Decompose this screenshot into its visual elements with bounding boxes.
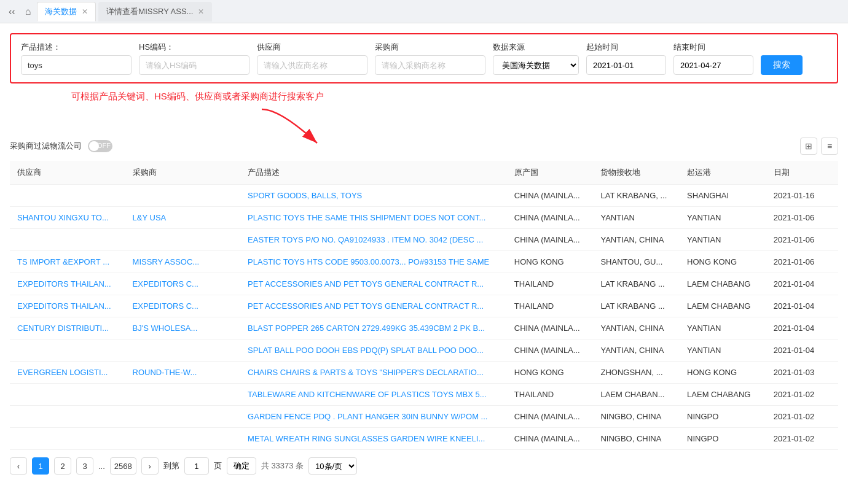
supplier-cell[interactable]: SHANTOU XINGXU TO... — [10, 207, 125, 229]
buyer-label: 采购商 — [375, 42, 485, 53]
toolbar-right: ⊞ ≡ — [800, 138, 838, 155]
tab-missry[interactable]: 详情查看MISSRY ASS... ✕ — [98, 2, 212, 21]
product-cell[interactable]: SPLAT BALL POO DOOH EBS PDQ(P) SPLAT BAL… — [240, 339, 507, 362]
datasource-select[interactable]: 美国海关数据 — [493, 55, 579, 75]
buyer-cell[interactable]: BJ'S WHOLESA... — [125, 317, 241, 339]
tab-customs-data[interactable]: 海关数据 ✕ — [37, 2, 96, 21]
product-cell-link[interactable]: PLASTIC TOYS THE SAME THIS SHIPMENT DOES… — [248, 213, 485, 222]
product-cell[interactable]: EASTER TOYS P/O NO. QA91024933 . ITEM NO… — [240, 229, 507, 251]
next-page-button[interactable]: › — [141, 457, 159, 475]
page-last-button[interactable]: 2568 — [110, 457, 136, 475]
port-cell: NINGPO — [680, 428, 766, 450]
product-cell[interactable]: PET ACCESSORIES AND PET TOYS GENERAL CON… — [240, 273, 507, 295]
product-cell[interactable]: BLAST POPPER 265 CARTON 2729.499KG 35.43… — [240, 317, 507, 339]
tab-customs-close[interactable]: ✕ — [82, 7, 88, 16]
home-button[interactable]: ⌂ — [22, 4, 35, 20]
supplier-cell-link[interactable]: SHANTOU XINGXU TO... — [17, 213, 109, 222]
prev-page-button[interactable]: ‹ — [10, 457, 27, 475]
total-records-text: 共 33373 条 — [261, 460, 304, 471]
date-cell: 2021-01-04 — [766, 339, 838, 362]
product-cell-link[interactable]: GARDEN FENCE PDQ . PLANT HANGER 30IN BUN… — [248, 412, 487, 421]
page-2-button[interactable]: 2 — [54, 457, 71, 475]
buyer-cell[interactable]: EXPEDITORS C... — [125, 295, 241, 317]
end-date-input[interactable] — [673, 55, 753, 75]
search-button[interactable]: 搜索 — [761, 55, 803, 75]
dest-cell: LAT KRABANG ... — [593, 295, 680, 317]
buyer-cell — [125, 339, 241, 362]
date-cell: 2021-01-02 — [766, 406, 838, 428]
datasource-label: 数据来源 — [493, 42, 579, 53]
port-cell: LAEM CHABANG — [680, 384, 766, 406]
buyer-cell-link[interactable]: ROUND-THE-W... — [133, 368, 197, 377]
buyer-cell-link[interactable]: EXPEDITORS C... — [133, 301, 198, 311]
buyer-cell-link[interactable]: BJ'S WHOLESA... — [133, 324, 198, 333]
supplier-cell-link[interactable]: TS IMPORT &EXPORT ... — [17, 257, 109, 266]
product-cell-link[interactable]: SPORT GOODS, BALLS, TOYS — [248, 191, 362, 200]
product-cell[interactable]: GARDEN FENCE PDQ . PLANT HANGER 30IN BUN… — [240, 406, 507, 428]
date-cell: 2021-01-06 — [766, 207, 838, 229]
buyer-cell — [125, 185, 241, 207]
toggle-track[interactable]: OFF — [88, 140, 112, 152]
goto-confirm-button[interactable]: 确定 — [227, 457, 256, 475]
product-cell[interactable]: METAL WREATH RING SUNGLASSES GARDEN WIRE… — [240, 428, 507, 450]
supplier-cell[interactable]: EXPEDITORS THAILAN... — [10, 273, 125, 295]
product-cell-link[interactable]: TABLEWARE AND KITCHENWARE OF PLASTICS TO… — [248, 390, 486, 399]
buyer-cell[interactable]: L&Y USA — [125, 207, 241, 229]
product-cell-link[interactable]: METAL WREATH RING SUNGLASSES GARDEN WIRE… — [248, 434, 485, 443]
product-cell-link[interactable]: PET ACCESSORIES AND PET TOYS GENERAL CON… — [248, 279, 484, 289]
hs-input[interactable] — [139, 55, 249, 75]
product-cell-link[interactable]: PET ACCESSORIES AND PET TOYS GENERAL CON… — [248, 301, 484, 311]
page-unit-label: 页 — [214, 460, 222, 471]
supplier-cell[interactable]: EVERGREEN LOGISTI... — [10, 362, 125, 384]
buyer-cell-link[interactable]: EXPEDITORS C... — [133, 279, 198, 289]
dest-cell: ZHONGSHAN, ... — [593, 362, 680, 384]
supplier-cell — [10, 185, 125, 207]
toggle-logistics-filter[interactable]: OFF — [88, 140, 112, 152]
supplier-cell[interactable]: EXPEDITORS THAILAN... — [10, 295, 125, 317]
supplier-cell[interactable]: TS IMPORT &EXPORT ... — [10, 251, 125, 273]
product-cell[interactable]: PLASTIC TOYS HTS CODE 9503.00.0073... PO… — [240, 251, 507, 273]
supplier-input[interactable] — [257, 55, 367, 75]
table-body: SPORT GOODS, BALLS, TOYSCHINA (MAINLA...… — [10, 185, 838, 450]
pagination: ‹ 1 2 3 ... 2568 › 到第 页 确定 共 33373 条 10条… — [10, 450, 838, 482]
buyer-input[interactable] — [375, 55, 485, 75]
date-cell: 2021-01-16 — [766, 185, 838, 207]
start-date-input[interactable] — [586, 55, 666, 75]
product-input[interactable] — [21, 55, 132, 75]
buyer-cell-link[interactable]: L&Y USA — [133, 213, 167, 222]
supplier-cell-link[interactable]: EXPEDITORS THAILAN... — [17, 301, 111, 311]
buyer-cell[interactable]: EXPEDITORS C... — [125, 273, 241, 295]
start-date-label: 起始时间 — [586, 42, 666, 53]
dest-cell: LAEM CHABAN... — [593, 384, 680, 406]
buyer-cell[interactable]: MISSRY ASSOC... — [125, 251, 241, 273]
goto-page-input[interactable] — [184, 457, 209, 475]
product-cell[interactable]: SPORT GOODS, BALLS, TOYS — [240, 185, 507, 207]
product-cell[interactable]: TABLEWARE AND KITCHENWARE OF PLASTICS TO… — [240, 384, 507, 406]
supplier-cell-link[interactable]: EVERGREEN LOGISTI... — [17, 368, 108, 377]
product-cell-link[interactable]: BLAST POPPER 265 CARTON 2729.499KG 35.43… — [248, 324, 485, 333]
page-size-select[interactable]: 10条/页 20条/页 50条/页 — [308, 457, 357, 475]
origin-cell: THAILAND — [507, 295, 594, 317]
buyer-cell-link[interactable]: MISSRY ASSOC... — [133, 257, 200, 266]
page-3-button[interactable]: 3 — [76, 457, 93, 475]
list-view-button[interactable]: ≡ — [821, 138, 838, 155]
page-1-button[interactable]: 1 — [32, 457, 49, 475]
dest-cell: SHANTOU, GU... — [593, 251, 680, 273]
buyer-cell[interactable]: ROUND-THE-W... — [125, 362, 241, 384]
product-cell-link[interactable]: PLASTIC TOYS HTS CODE 9503.00.0073... PO… — [248, 257, 489, 266]
product-cell-link[interactable]: CHAIRS CHAIRS & PARTS & TOYS "SHIPPER'S … — [248, 368, 484, 377]
product-cell[interactable]: PLASTIC TOYS THE SAME THIS SHIPMENT DOES… — [240, 207, 507, 229]
toggle-off-text: OFF — [97, 142, 111, 149]
supplier-cell-link[interactable]: CENTURY DISTRIBUTI... — [17, 324, 109, 333]
supplier-cell-link[interactable]: EXPEDITORS THAILAN... — [17, 279, 111, 289]
port-cell: NINGPO — [680, 406, 766, 428]
product-cell[interactable]: PET ACCESSORIES AND PET TOYS GENERAL CON… — [240, 295, 507, 317]
back-button[interactable]: ‹‹ — [5, 4, 19, 20]
product-cell-link[interactable]: SPLAT BALL POO DOOH EBS PDQ(P) SPLAT BAL… — [248, 346, 484, 355]
product-cell-link[interactable]: EASTER TOYS P/O NO. QA91024933 . ITEM NO… — [248, 235, 483, 244]
product-cell[interactable]: CHAIRS CHAIRS & PARTS & TOYS "SHIPPER'S … — [240, 362, 507, 384]
grid-view-button[interactable]: ⊞ — [800, 138, 817, 155]
buyer-cell — [125, 229, 241, 251]
tab-missry-close[interactable]: ✕ — [198, 7, 204, 16]
supplier-cell[interactable]: CENTURY DISTRIBUTI... — [10, 317, 125, 339]
